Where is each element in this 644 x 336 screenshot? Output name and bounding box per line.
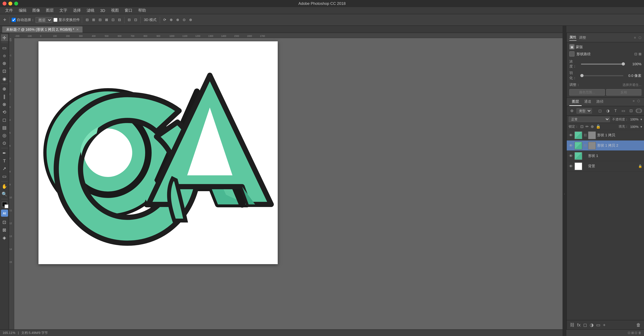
layer-item-background[interactable]: 👁 背景 🔒 [567, 161, 644, 171]
move-tool[interactable]: ✛ [1, 34, 8, 41]
gradient-tool[interactable]: ▤ [1, 124, 8, 131]
layer-item-shape1[interactable]: 👁 形状 1 [567, 151, 644, 161]
properties-panel-expand-icon[interactable]: ⬡ [638, 36, 642, 39]
select-and-mask-btn[interactable]: 选择并遮住... [580, 83, 642, 87]
align-middle-btn[interactable]: ⊡ [110, 17, 116, 23]
invert-btn[interactable]: 反相 [606, 89, 642, 96]
filter-kind-pixel-icon[interactable]: ◻ [597, 108, 603, 114]
channels-tab[interactable]: 通道 [582, 98, 594, 106]
lock-position-icon[interactable]: ⊕ [591, 124, 594, 129]
extra-tool-1[interactable]: ⊡ [1, 219, 8, 226]
layers-delete-icon[interactable]: 🗑 [635, 322, 642, 328]
distribute-btn-1[interactable]: ⊟ [126, 17, 132, 23]
layers-fx-icon[interactable]: fx [576, 322, 582, 328]
menu-window[interactable]: 窗口 [122, 7, 135, 14]
filter-text-icon[interactable]: T [612, 108, 619, 114]
align-right-btn[interactable]: ⊟ [97, 17, 103, 23]
align-center-btn[interactable]: ⊞ [91, 17, 96, 23]
layer-filter-type-select[interactable]: 类型 [576, 108, 592, 114]
extra-tool-3[interactable]: ◈ [1, 234, 8, 241]
layers-panel-menu-icon[interactable]: ≡ [632, 98, 636, 106]
properties-tab[interactable]: 属性 [569, 34, 576, 41]
background-color[interactable] [4, 204, 8, 208]
extra-btn-3[interactable]: ⊗ [175, 17, 180, 23]
eraser-tool[interactable]: ◻ [1, 116, 8, 123]
move-tool-btn[interactable]: ✛ [2, 17, 8, 23]
extra-btn-1[interactable]: ⟳ [162, 17, 168, 23]
align-top-btn[interactable]: ⊠ [104, 17, 109, 23]
menu-filter[interactable]: 滤镜 [84, 7, 97, 14]
density-slider-thumb[interactable] [622, 62, 625, 65]
filter-smart-icon[interactable]: ⊡ [628, 108, 634, 114]
blur-tool[interactable]: ◎ [1, 132, 8, 139]
menu-view[interactable]: 视图 [108, 7, 122, 14]
close-button[interactable] [2, 1, 6, 5]
adjustments-tab[interactable]: 调整 [579, 34, 586, 40]
layers-group-icon[interactable]: ▭ [595, 322, 602, 328]
auto-select-type-select[interactable]: 图层 组 [36, 17, 52, 23]
history-brush-tool[interactable]: ⟲ [1, 109, 8, 116]
lock-all-icon[interactable]: 🔒 [596, 124, 601, 129]
3d-mode-btn[interactable]: 3D 模式 [142, 17, 158, 23]
blend-mode-select[interactable]: 正常 [569, 117, 610, 122]
feather-slider-thumb[interactable] [580, 74, 584, 77]
layers-tab[interactable]: 图层 [569, 98, 582, 106]
menu-edit[interactable]: 编辑 [16, 7, 29, 14]
filter-adjustment-icon[interactable]: ◑ [604, 108, 611, 114]
text-tool[interactable]: T [1, 157, 8, 164]
feather-slider-track[interactable] [581, 75, 623, 76]
shape-tool[interactable]: ▭ [1, 173, 8, 180]
pen-tool[interactable]: ✒ [1, 150, 8, 157]
layer-eye-shape1[interactable]: 👁 [569, 154, 573, 158]
marquee-tool[interactable]: ▭ [1, 44, 8, 51]
layer-eye-shape1-copy[interactable]: 👁 [569, 133, 573, 137]
extra-btn-4[interactable]: ⊙ [181, 17, 187, 23]
clone-tool[interactable]: ⊗ [1, 101, 8, 108]
color-range-btn[interactable]: 颜色范围... [569, 89, 605, 96]
extra-btn-5[interactable]: ⊛ [188, 17, 193, 23]
path-select-tool[interactable]: ↗ [1, 165, 8, 172]
extra-btn-2[interactable]: ⊕ [168, 17, 174, 23]
canvas-viewport[interactable] [14, 38, 566, 329]
layers-new-layer-icon[interactable]: + [602, 322, 607, 328]
layers-link-icon[interactable]: ⛓ [569, 322, 576, 328]
menu-image[interactable]: 图像 [30, 7, 43, 14]
menu-layer[interactable]: 图层 [43, 7, 56, 14]
lasso-tool[interactable]: ⌾ [1, 52, 8, 59]
filter-shape-icon[interactable]: ▭ [620, 108, 626, 114]
doc-tab-close-icon[interactable]: ✕ [76, 28, 79, 31]
filter-toggle[interactable] [636, 109, 642, 113]
align-left-btn[interactable]: ⊟ [84, 17, 90, 23]
extra-tool-2[interactable]: ⊠ [1, 226, 8, 233]
layer-item-shape1-copy[interactable]: 👁 ⛓ 形状 1 拷贝 [567, 130, 644, 141]
dodge-tool[interactable]: ⊙ [1, 140, 8, 147]
crop-tool[interactable]: ⊡ [1, 67, 8, 75]
layer-eye-background[interactable]: 👁 [569, 164, 573, 168]
distribute-btn-2[interactable]: ⊡ [133, 17, 138, 23]
doc-tab-active[interactable]: 未标题-7 @ 165% (形状 1 拷贝 2, RGB/8) * ✕ [2, 26, 83, 32]
menu-help[interactable]: 帮助 [136, 7, 148, 14]
eyedropper-tool[interactable]: ◉ [1, 75, 8, 82]
lock-transparent-icon[interactable]: ⊡ [580, 124, 584, 129]
quick-select-tool[interactable]: ⊛ [1, 60, 8, 67]
minimize-button[interactable] [8, 1, 12, 5]
properties-panel-menu-icon[interactable]: ≡ [634, 36, 636, 39]
foreground-color[interactable] [2, 202, 7, 207]
layer-eye-shape1-copy2[interactable]: 👁 [569, 143, 573, 148]
layers-mask-icon[interactable]: ◻ [582, 322, 588, 328]
opacity-value[interactable]: 100% [630, 118, 638, 121]
opacity-dropdown-icon[interactable]: ▾ [640, 118, 642, 121]
layers-adjustment-icon[interactable]: ◑ [588, 322, 595, 328]
filter-icon[interactable]: ⊛ [569, 108, 575, 114]
layers-panel-expand-icon[interactable]: ⬡ [636, 98, 642, 106]
brush-tool[interactable]: ∥ [1, 93, 8, 100]
align-bottom-btn[interactable]: ⊟ [117, 17, 122, 23]
menu-3d[interactable]: 3D [98, 7, 108, 13]
fill-dropdown-icon[interactable]: ▾ [640, 125, 642, 128]
paths-tab[interactable]: 路径 [594, 98, 606, 106]
menu-select[interactable]: 选择 [70, 7, 84, 14]
hand-tool[interactable]: ✋ [1, 183, 8, 190]
maximize-button[interactable] [14, 1, 18, 5]
auto-select-checkbox[interactable] [12, 18, 16, 22]
zoom-tool[interactable]: 🔍 [1, 190, 8, 198]
